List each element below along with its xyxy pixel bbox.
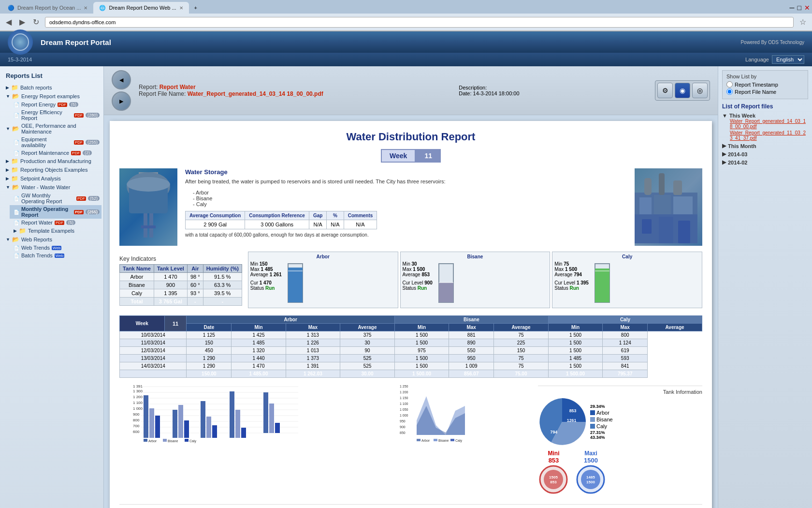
web-badge: Web [55, 254, 64, 258]
sidebar-item-energy-eff[interactable]: 📄 Energy Efficiency Report PDF (280) [10, 108, 102, 122]
radio-report-filename[interactable]: Report File Name [726, 89, 804, 95]
ki-name: Bisane [120, 281, 154, 289]
sidebar-item-oee[interactable]: ▼ 📂 OEE, Performance and Maintenance [2, 122, 102, 135]
close-button[interactable]: ✕ [804, 4, 810, 12]
tab-1-close[interactable]: ✕ [84, 5, 87, 11]
cell: 800 [603, 331, 648, 339]
sidebar-item-energy[interactable]: ▼ 📂 Energy Report examples [2, 92, 102, 101]
cell-date: 10/03/2014 [120, 331, 187, 339]
tank-caly-title: Caly [554, 254, 700, 259]
sidebar-item-production[interactable]: ▶ 📁 Production and Manufacturing [2, 157, 102, 165]
svg-rect-64 [434, 439, 437, 441]
radio-timestamp-input[interactable] [726, 81, 733, 88]
2014-02-title[interactable]: ▶ 2014-02 [722, 159, 808, 165]
new-tab-button[interactable]: + [191, 3, 201, 13]
tank-caly: Caly Min 75 Max 1 500 Average 794 Cur Le… [552, 252, 702, 308]
sidebar-item-batch[interactable]: ▶ 📁 Batch reports [2, 83, 102, 92]
tab-2-favicon: 🌐 [99, 5, 106, 11]
maximize-button[interactable]: □ [798, 4, 801, 12]
refresh-button[interactable]: ↻ [31, 16, 41, 28]
bar-charts: 1 391 1 300 1 200 1 100 1 000 900 800 70… [119, 382, 393, 496]
file-link-2[interactable]: Water_Report_generated_11_03_23_41_37.pd… [730, 130, 808, 141]
forward-button[interactable]: ▶ [17, 16, 27, 28]
sidebar-item-label: Reporting Objects Examples [20, 167, 87, 173]
tab-1[interactable]: 🔵 Dream Report by Ocean ... ✕ [2, 2, 93, 14]
2014-03-title[interactable]: ▶ 2014-03 [722, 151, 808, 157]
tank-bisane-status: Status Run [403, 285, 433, 291]
date-value: 14-3-2014 18:00:00 [473, 90, 520, 96]
control-btn-3[interactable]: ◎ [692, 83, 708, 98]
folder-icon: 📁 [11, 158, 18, 164]
pdf-badge: PDF [74, 210, 84, 214]
sidebar-item-reporting-obj[interactable]: ▶ 📁 Reporting Objects Examples [2, 165, 102, 174]
cell: 1 500 [394, 362, 449, 370]
col-arbor-max: Max [286, 324, 340, 331]
toggle-icon: ▶ [6, 159, 9, 164]
cell: 1 500.00 [394, 370, 449, 378]
sidebar-item-web-reports[interactable]: ▼ 📂 Web Reports [2, 235, 102, 244]
this-week-label: This Week [729, 113, 755, 119]
bar [149, 408, 154, 438]
col-caly-min: Min [548, 324, 602, 331]
language-select[interactable]: English French [772, 55, 804, 64]
cell: 1 500.00 [548, 370, 602, 378]
sidebar-item-report-water[interactable]: 📄 Report Water PDF (5) [10, 219, 102, 226]
pdf-badge: PDF [71, 151, 81, 155]
file-link-1[interactable]: Water_Report_generated_14_03_18_00_00.pd… [730, 119, 808, 129]
ki-air: 98 ° [187, 273, 203, 281]
nav-prev-icon[interactable]: ◀ [112, 70, 131, 90]
sidebar-item-template[interactable]: ▶ 📁 Template Exampels [10, 226, 102, 235]
pie-chart-svg: 853 1261 794 [538, 398, 586, 446]
tank-caly-min: Min 75 [554, 261, 589, 267]
nav-next-icon[interactable]: ▶ [112, 91, 131, 111]
cell: 1 320 [232, 347, 286, 355]
bookmark-button[interactable]: ☆ [798, 16, 808, 28]
tank-caly-cur: Cur Level 1 395 [554, 280, 589, 285]
2014-03-label: 2014-03 [728, 151, 747, 157]
sidebar-item-water-waste[interactable]: ▼ 📂 Water - Waste Water [2, 183, 102, 192]
minimize-button[interactable]: ─ [790, 4, 795, 12]
pdf-badge: PDF [74, 140, 84, 145]
sidebar-item-maintenance[interactable]: 📄 Report Maintenance PDF (2) [10, 149, 102, 157]
sidebar-item-gw-monthly[interactable]: 📄 GW Monthly Operating Report PDF (52) [10, 192, 102, 205]
back-button[interactable]: ◀ [4, 16, 14, 28]
report-name-value: Report Water [160, 84, 196, 90]
tab-2[interactable]: 🌐 Dream Report Demo Web ... ✕ [93, 2, 188, 14]
sidebar-item-equipment[interactable]: 📄 Equipment availability PDF (255) [10, 135, 102, 149]
col-consumption-ref: Consumption Reference [245, 211, 309, 220]
count-badge: (52) [88, 196, 100, 201]
bar-chart-svg: 1 391 1 300 1 200 1 100 1 000 900 800 70… [119, 382, 303, 445]
svg-point-73 [581, 470, 600, 489]
sidebar-item-web-trends[interactable]: 📄 Web Trends Web [10, 244, 102, 252]
this-month-title[interactable]: ▶ This Month [722, 143, 808, 149]
control-btn-1[interactable]: ⚙ [657, 83, 673, 98]
legend-label-caly: Caly [596, 423, 607, 429]
ki-level: 900 [154, 281, 187, 289]
cell: 1 500 [548, 331, 602, 339]
cell: 525 [340, 362, 395, 370]
this-week-title[interactable]: ▼ This Week [722, 113, 808, 119]
consumption-ref-value: 3 000 Gallons [245, 220, 309, 229]
cell: 1 485 [548, 355, 602, 362]
radio-report-timestamp[interactable]: Report Timestamp [726, 81, 804, 88]
sidebar-item-setpoint[interactable]: ▶ 📁 Setpoint Analysis [2, 174, 102, 183]
col-bisane-min: Min [394, 324, 449, 331]
tab-2-close[interactable]: ✕ [179, 5, 183, 11]
sidebar-item-report-energy[interactable]: 📄 Report Energy PDF (5) [10, 101, 102, 108]
address-bar[interactable] [45, 17, 794, 28]
cell: 1 440 [232, 355, 286, 362]
reservoir-caly: - Caly [193, 201, 627, 207]
tank-caly-status: Status Run [554, 285, 589, 291]
svg-rect-12 [659, 173, 665, 195]
show-list-title: Show List by [726, 74, 804, 79]
cell: 1 485.00 [232, 370, 286, 378]
control-btn-2[interactable]: ◉ [675, 83, 690, 98]
sidebar-item-monthly-op[interactable]: 📄 Monthly Operating Report PDF (255) [10, 205, 102, 219]
folder-icon: 📂 [12, 236, 19, 243]
tank-image-placeholder [119, 168, 177, 246]
radio-filename-input[interactable] [726, 89, 733, 95]
sidebar-item-batch-trends[interactable]: 📄 Batch Trends Web [10, 252, 102, 259]
tank-bisane-min: Min 30 [403, 261, 433, 267]
app-logo [8, 30, 33, 55]
cell: 890 [449, 339, 494, 347]
